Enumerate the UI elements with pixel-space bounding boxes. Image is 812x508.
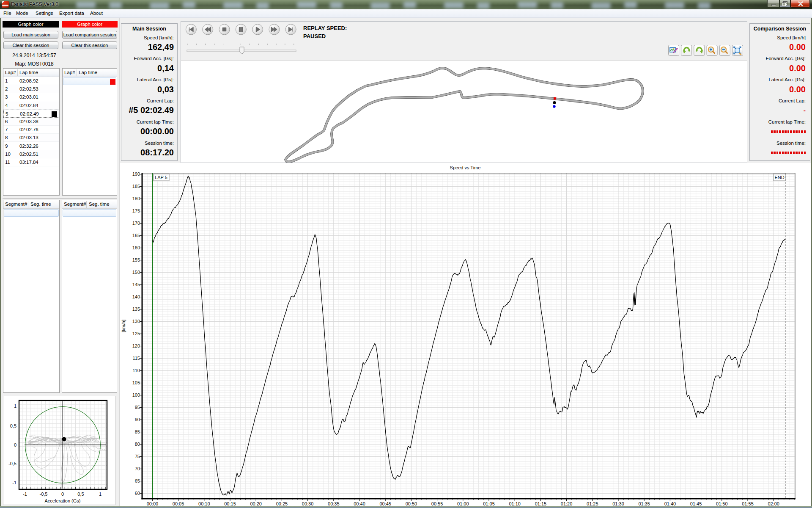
svg-text:01:00: 01:00	[457, 501, 469, 506]
svg-text:LAP 5: LAP 5	[155, 175, 167, 180]
svg-text:-0,5: -0,5	[8, 461, 16, 466]
svg-text:-1: -1	[12, 480, 16, 485]
svg-text:00:20: 00:20	[250, 501, 262, 506]
svg-text:105: 105	[132, 380, 140, 385]
svg-text:145: 145	[132, 282, 140, 287]
svg-text:95: 95	[135, 405, 140, 410]
svg-text:00:50: 00:50	[406, 501, 417, 506]
svg-text:00:30: 00:30	[302, 501, 314, 506]
svg-text:01:15: 01:15	[535, 501, 547, 506]
svg-text:130: 130	[132, 319, 140, 324]
svg-text:00:40: 00:40	[354, 501, 365, 506]
svg-text:100: 100	[132, 392, 140, 398]
svg-text:00:10: 00:10	[198, 501, 210, 506]
svg-text:00:00: 00:00	[147, 501, 159, 506]
svg-text:Speed vs Time: Speed vs Time	[450, 165, 481, 170]
svg-text:1: 1	[14, 403, 16, 409]
svg-text:85: 85	[135, 429, 140, 434]
svg-text:90: 90	[135, 417, 140, 422]
svg-text:185: 185	[132, 184, 140, 189]
svg-text:155: 155	[132, 257, 140, 262]
svg-text:115: 115	[132, 356, 140, 361]
svg-text:0: 0	[61, 491, 64, 497]
svg-text:75: 75	[135, 454, 140, 459]
svg-text:00:35: 00:35	[328, 501, 340, 506]
svg-text:110: 110	[132, 368, 140, 373]
svg-text:80: 80	[135, 442, 140, 447]
svg-text:01:05: 01:05	[483, 501, 495, 506]
svg-text:0,5: 0,5	[10, 423, 16, 428]
svg-text:01:25: 01:25	[587, 501, 598, 506]
svg-text:Acceleration (Gs): Acceleration (Gs)	[45, 498, 81, 503]
svg-text:01:45: 01:45	[690, 501, 702, 506]
svg-text:135: 135	[132, 306, 140, 312]
svg-text:150: 150	[132, 270, 140, 275]
svg-text:0: 0	[14, 442, 16, 447]
svg-text:70: 70	[135, 466, 140, 471]
svg-text:00:15: 00:15	[224, 501, 236, 506]
svg-text:01:35: 01:35	[638, 501, 650, 506]
svg-text:00:55: 00:55	[431, 501, 443, 506]
svg-text:01:55: 01:55	[742, 501, 754, 506]
svg-text:00:05: 00:05	[173, 501, 184, 506]
svg-text:140: 140	[132, 294, 140, 299]
svg-text:-1: -1	[23, 491, 27, 497]
svg-text:01:40: 01:40	[664, 501, 676, 506]
svg-text:60: 60	[135, 491, 140, 496]
svg-text:120: 120	[132, 343, 140, 348]
svg-text:1: 1	[99, 491, 102, 497]
svg-text:165: 165	[132, 233, 140, 238]
svg-text:125: 125	[132, 331, 140, 336]
svg-text:01:30: 01:30	[612, 501, 624, 506]
svg-text:65: 65	[135, 478, 140, 483]
svg-text:0,5: 0,5	[77, 491, 84, 497]
svg-text:180: 180	[132, 196, 140, 201]
svg-text:[km/h]: [km/h]	[121, 320, 126, 332]
svg-text:00:25: 00:25	[276, 501, 288, 506]
svg-text:160: 160	[132, 245, 140, 250]
svg-text:190: 190	[132, 171, 140, 177]
svg-text:175: 175	[132, 208, 140, 213]
svg-text:01:10: 01:10	[509, 501, 521, 506]
svg-text:01:20: 01:20	[561, 501, 573, 506]
svg-text:170: 170	[132, 221, 140, 226]
svg-text:-0,5: -0,5	[40, 491, 48, 497]
svg-text:00:45: 00:45	[379, 501, 391, 506]
svg-text:END: END	[774, 175, 784, 180]
svg-text:02:00: 02:00	[768, 501, 779, 506]
svg-text:01:50: 01:50	[716, 501, 728, 506]
